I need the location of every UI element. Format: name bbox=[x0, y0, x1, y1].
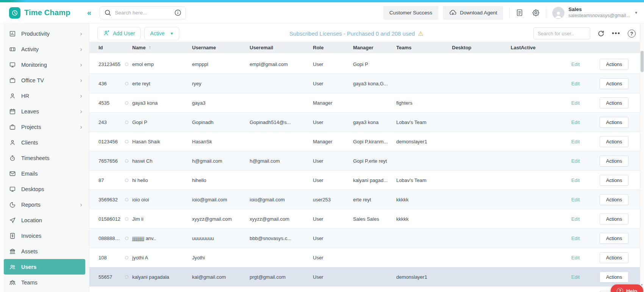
table-row[interactable]: 088888888jjjjjjjjjjj anv..uuuuuuuubbb@sn… bbox=[89, 229, 644, 248]
vertical-scrollbar[interactable]: ▾ bbox=[640, 24, 644, 292]
global-search-input[interactable]: Search here... bbox=[100, 6, 186, 19]
actions-button[interactable]: Actions bbox=[600, 233, 628, 244]
table-row[interactable]: 3569632ioio oioiioio@gmail.comioio@gmail… bbox=[89, 190, 644, 209]
table-row[interactable]: 4535gaya3 konagaya3ManagerfightersEditAc… bbox=[89, 93, 644, 113]
add-user-button[interactable]: Add User bbox=[97, 27, 141, 40]
actions-button[interactable]: Actions bbox=[600, 59, 628, 70]
table-row[interactable]: EditActions bbox=[89, 287, 644, 292]
edit-link[interactable]: Edit bbox=[564, 255, 591, 261]
column-header-id[interactable]: Id bbox=[98, 45, 125, 50]
edit-link[interactable]: Edit bbox=[564, 235, 591, 241]
edit-link[interactable]: Edit bbox=[564, 139, 591, 144]
gear-icon[interactable] bbox=[532, 9, 540, 17]
refresh-icon[interactable] bbox=[597, 30, 605, 37]
document-icon[interactable] bbox=[516, 9, 524, 17]
sidebar-item-label: HR bbox=[21, 93, 29, 99]
status-filter-dropdown[interactable]: Active ▼ bbox=[144, 27, 179, 40]
edit-link[interactable]: Edit bbox=[564, 81, 591, 86]
table-row[interactable]: 108jyothi AJyothiUserEditActions bbox=[89, 248, 644, 267]
cell-role: User bbox=[313, 158, 353, 164]
actions-button[interactable]: Actions bbox=[600, 136, 628, 147]
table-row[interactable]: 01586012Jim iixyyzz@gmail.comxyyzz@gmail… bbox=[89, 209, 644, 229]
avatar[interactable] bbox=[552, 7, 564, 19]
info-icon[interactable] bbox=[174, 9, 182, 17]
actions-button[interactable]: Actions bbox=[600, 252, 628, 263]
sidebar-item-monitoring[interactable]: Monitoring› bbox=[0, 57, 89, 72]
chevron-down-icon[interactable]: ▾ bbox=[635, 10, 637, 15]
cell-role: User bbox=[313, 274, 353, 280]
cell-role: User bbox=[313, 119, 353, 125]
warning-icon: ⚠ bbox=[418, 30, 423, 37]
cell-useremail: Gopinadh514@s... bbox=[250, 119, 313, 125]
sidebar-item-emails[interactable]: Emails bbox=[0, 166, 89, 181]
column-header-teams[interactable]: Teams bbox=[396, 45, 452, 50]
customer-success-button[interactable]: Customer Success bbox=[383, 6, 438, 20]
column-header-lastactive[interactable]: LastActive bbox=[511, 45, 564, 50]
user-menu[interactable]: Sales salesteamsnovasys@gmail... bbox=[568, 6, 630, 19]
table-row[interactable]: 23123455emol empemppplempl@gmail.comUser… bbox=[89, 55, 644, 74]
help-button[interactable]: ? Help bbox=[611, 284, 643, 292]
edit-link[interactable]: Edit bbox=[564, 197, 591, 203]
column-header-name[interactable]: Name ↑ bbox=[125, 45, 192, 50]
help-icon: ? bbox=[617, 288, 623, 292]
edit-link[interactable]: Edit bbox=[564, 177, 591, 183]
sidebar-item-label: Productivity bbox=[21, 31, 50, 37]
table-row[interactable]: 243Gopi PGopinadhGopinadh514@s...Usergay… bbox=[89, 113, 644, 132]
sidebar-item-productivity[interactable]: Productivity› bbox=[0, 26, 89, 41]
column-header-role[interactable]: Role bbox=[313, 45, 353, 50]
sidebar-item-timesheets[interactable]: Timesheets bbox=[0, 150, 89, 166]
user-display-name: kalyani pagadala bbox=[132, 274, 169, 280]
sidebar-item-desktops[interactable]: Desktops bbox=[0, 181, 89, 197]
user-search-input[interactable] bbox=[533, 27, 590, 39]
help-circle-icon[interactable]: ? bbox=[628, 30, 636, 38]
sidebar-item-invoices[interactable]: Invoices bbox=[0, 228, 89, 243]
actions-button[interactable]: Actions bbox=[600, 155, 628, 166]
sidebar-item-label: Assets bbox=[21, 248, 38, 254]
sidebar-item-location[interactable]: Location bbox=[0, 212, 89, 228]
cell-id: 01586012 bbox=[98, 216, 125, 222]
collapse-sidebar-icon[interactable]: « bbox=[87, 8, 91, 17]
table-row[interactable]: 55657kalyani pagadalakal@gmail.comprgt@g… bbox=[89, 267, 644, 287]
sidebar-item-office-tv[interactable]: Office TV› bbox=[0, 72, 89, 88]
actions-button[interactable]: Actions bbox=[600, 194, 628, 205]
sidebar-item-projects[interactable]: Projects› bbox=[0, 119, 89, 135]
column-header-manager[interactable]: Manager bbox=[353, 45, 396, 50]
sidebar-item-reports[interactable]: Reports› bbox=[0, 197, 89, 212]
sidebar-item-users[interactable]: Users bbox=[4, 259, 85, 275]
column-header-desktop[interactable]: Desktop bbox=[452, 45, 511, 50]
edit-link[interactable]: Edit bbox=[564, 119, 591, 125]
teams-icon bbox=[9, 279, 16, 286]
more-options-icon[interactable]: ••• bbox=[612, 30, 621, 37]
chevron-right-icon: › bbox=[80, 124, 82, 130]
table-row[interactable]: 87hi hellohihelloUserkalyani pagad...Lob… bbox=[89, 171, 644, 190]
column-header-username[interactable]: Username bbox=[192, 45, 250, 50]
edit-link[interactable]: Edit bbox=[564, 158, 591, 164]
sidebar-item-leaves[interactable]: Leaves› bbox=[0, 104, 89, 119]
actions-button[interactable]: Actions bbox=[600, 272, 628, 283]
assets-icon bbox=[9, 248, 16, 255]
cell-teams: kkkkk bbox=[396, 197, 452, 203]
edit-link[interactable]: Edit bbox=[564, 61, 591, 67]
sort-ascending-icon[interactable]: ↑ bbox=[148, 45, 151, 50]
table-row[interactable]: 7657656haswi Chh@gmail.comh@gmail.comUse… bbox=[89, 151, 644, 171]
column-header-useremail[interactable]: Useremail bbox=[250, 45, 313, 50]
sidebar-item-teams[interactable]: Teams bbox=[0, 275, 89, 290]
table-row[interactable]: 436erte reytryeyUsergaya3 kona,G...EditA… bbox=[89, 74, 644, 93]
actions-button[interactable]: Actions bbox=[600, 117, 628, 128]
edit-link[interactable]: Edit bbox=[564, 216, 591, 222]
sidebar-item-label: Clients bbox=[21, 140, 38, 146]
sidebar-item-clients[interactable]: Clients bbox=[0, 135, 89, 150]
sidebar-item-assets[interactable]: Assets bbox=[0, 243, 89, 259]
sidebar-item-hr[interactable]: HR› bbox=[0, 88, 89, 104]
edit-link[interactable]: Edit bbox=[564, 274, 591, 280]
scrollbar-thumb[interactable] bbox=[641, 51, 644, 72]
actions-button[interactable]: Actions bbox=[600, 214, 628, 224]
table-row[interactable]: 0123456Hasan ShaikHasanSkManagerGopi P,k… bbox=[89, 132, 644, 151]
sidebar-item-activity[interactable]: Activity› bbox=[0, 41, 89, 57]
cell-name: Gopi P bbox=[125, 119, 192, 125]
actions-button[interactable]: Actions bbox=[600, 78, 628, 89]
edit-link[interactable]: Edit bbox=[564, 100, 591, 106]
actions-button[interactable]: Actions bbox=[600, 175, 628, 186]
actions-button[interactable]: Actions bbox=[600, 97, 628, 108]
download-agent-button[interactable]: Download Agent bbox=[443, 6, 503, 20]
